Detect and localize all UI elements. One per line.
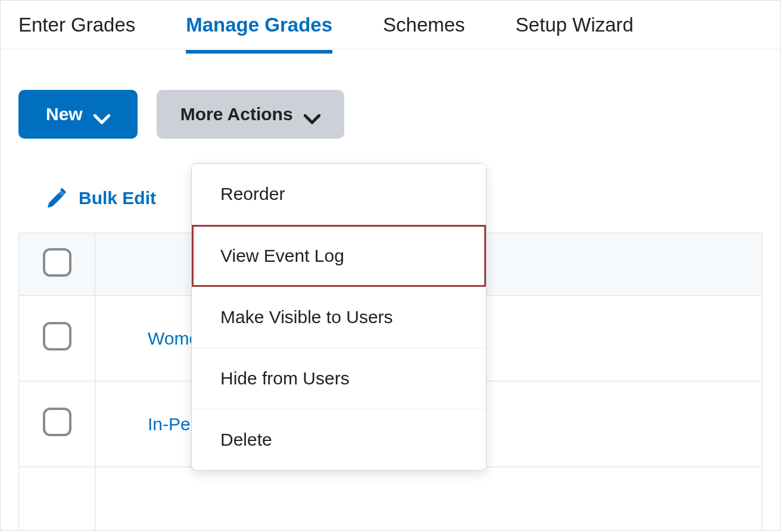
more-actions-button[interactable]: More Actions [157, 90, 344, 139]
row-checkbox-cell [19, 381, 95, 467]
bulk-edit-label: Bulk Edit [79, 188, 156, 208]
row-checkbox[interactable] [43, 322, 71, 351]
row-checkbox-cell [19, 296, 95, 381]
more-actions-dropdown: Reorder View Event Log Make Visible to U… [191, 163, 487, 471]
dropdown-item-hide-from-users[interactable]: Hide from Users [192, 348, 486, 409]
new-button-label: New [46, 104, 83, 124]
action-bar: New More Actions [1, 49, 780, 139]
tab-setup-wizard[interactable]: Setup Wizard [516, 0, 634, 53]
dropdown-item-make-visible[interactable]: Make Visible to Users [192, 287, 486, 348]
header-checkbox-cell [19, 233, 95, 296]
app-container: Enter Grades Manage Grades Schemes Setup… [0, 0, 781, 531]
more-actions-label: More Actions [180, 104, 293, 124]
dropdown-item-delete[interactable]: Delete [192, 409, 486, 470]
tab-manage-grades[interactable]: Manage Grades [186, 0, 332, 53]
row-item-cell [95, 467, 762, 531]
dropdown-item-view-event-log[interactable]: View Event Log [192, 225, 486, 287]
new-button[interactable]: New [18, 90, 138, 139]
dropdown-item-reorder[interactable]: Reorder [192, 164, 486, 225]
row-checkbox-cell [19, 467, 95, 531]
chevron-down-icon [304, 109, 320, 120]
tabs-bar: Enter Grades Manage Grades Schemes Setup… [1, 1, 780, 49]
chevron-down-icon [94, 109, 110, 120]
tab-schemes[interactable]: Schemes [383, 0, 465, 53]
tab-enter-grades[interactable]: Enter Grades [18, 0, 135, 53]
table-row [19, 467, 762, 531]
pencil-icon [45, 187, 67, 209]
select-all-checkbox[interactable] [43, 248, 71, 277]
row-checkbox[interactable] [43, 408, 71, 436]
